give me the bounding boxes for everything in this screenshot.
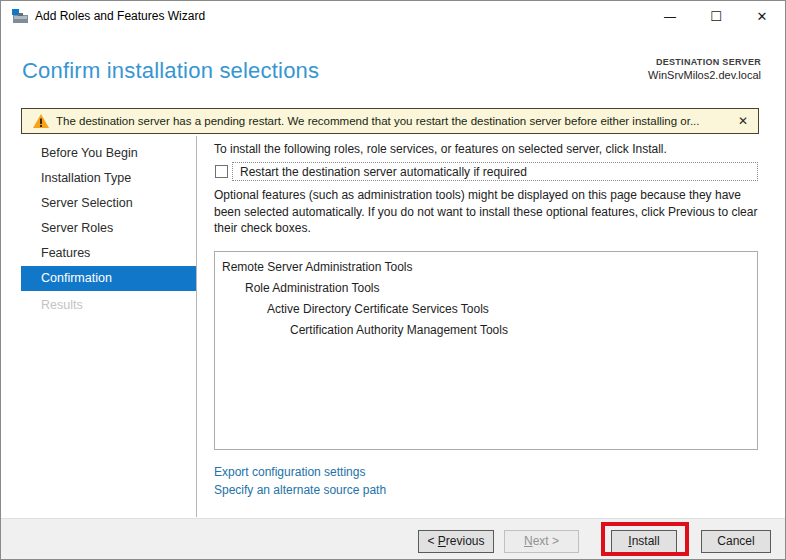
sidebar-item-server-selection[interactable]: Server Selection [1,191,196,216]
wizard-steps-sidebar: Before You Begin Installation Type Serve… [1,136,196,517]
close-button[interactable]: ✕ [739,1,785,33]
window-title: Add Roles and Features Wizard [35,9,205,23]
instruction-text: To install the following roles, role ser… [214,142,759,156]
title-bar: Add Roles and Features Wizard — ☐ ✕ [1,1,785,33]
sidebar-item-server-roles[interactable]: Server Roles [1,216,196,241]
page-title: Confirm installation selections [22,58,319,84]
minimize-button[interactable]: — [647,1,693,33]
next-button: Next > [504,530,579,553]
optional-features-note: Optional features (such as administratio… [214,187,766,237]
export-configuration-link[interactable]: Export configuration settings [214,465,365,479]
maximize-button[interactable]: ☐ [693,1,739,33]
restart-checkbox[interactable] [215,165,228,178]
restart-checkbox-focus-rect[interactable]: Restart the destination server automatic… [232,162,758,181]
footer-button-bar: < Previous Next > Install Cancel [1,518,785,559]
previous-button[interactable]: < Previous [418,530,494,553]
warning-message: The destination server has a pending res… [56,115,700,127]
list-item: Role Administration Tools [215,278,757,299]
destination-server-label: DESTINATION SERVER [656,57,761,67]
sidebar-item-features[interactable]: Features [1,241,196,266]
sidebar-item-confirmation[interactable]: Confirmation [1,266,196,291]
server-manager-app-icon [12,9,29,25]
sidebar-item-results: Results [1,293,196,318]
restart-checkbox-label[interactable]: Restart the destination server automatic… [240,165,527,179]
pending-restart-warning-banner: The destination server has a pending res… [21,108,759,134]
install-button[interactable]: Install [611,530,677,553]
add-roles-features-wizard-window: Add Roles and Features Wizard — ☐ ✕ Conf… [0,0,786,560]
cancel-button[interactable]: Cancel [701,530,771,553]
list-item: Certification Authority Management Tools [215,320,757,341]
sidebar-divider [196,136,197,517]
sidebar-item-installation-type[interactable]: Installation Type [1,166,196,191]
destination-server-name: WinSrvMilos2.dev.local [648,69,761,81]
list-item: Active Directory Certificate Services To… [215,299,757,320]
sidebar-item-before-you-begin[interactable]: Before You Begin [1,141,196,166]
banner-close-icon[interactable]: ✕ [738,114,748,128]
selected-features-list[interactable]: Remote Server Administration Tools Role … [214,251,758,450]
warning-icon [33,114,49,128]
alternate-source-path-link[interactable]: Specify an alternate source path [214,483,386,497]
list-item: Remote Server Administration Tools [215,252,757,278]
